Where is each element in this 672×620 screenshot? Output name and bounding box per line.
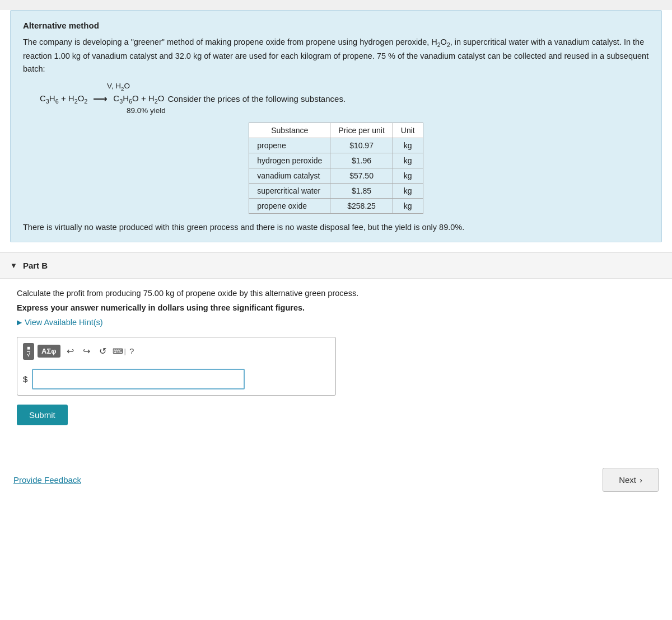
prices-table: Substance Price per unit Unit propene $1… (249, 123, 423, 214)
redo-icon: ↪ (83, 346, 90, 356)
table-row: propene $10.97 kg (249, 138, 423, 153)
col-unit: Unit (393, 123, 423, 138)
substance-propene-oxide: propene oxide (249, 198, 330, 213)
help-button[interactable]: ? (129, 346, 134, 356)
input-row: $ (23, 369, 330, 389)
reaction-block: V, H2O C3H6 + H2O2 ⟶ C3H6O + H2O Conside… (40, 82, 649, 115)
answer-input[interactable] (32, 369, 245, 389)
equation-left: C3H6 + H2O2 (40, 93, 87, 105)
chevron-right-icon: ▶ (17, 318, 22, 326)
consider-text: Consider the prices of the following sub… (167, 94, 346, 104)
next-button-label: Next (619, 475, 636, 485)
price-propene: $10.97 (330, 138, 393, 153)
next-button[interactable]: Next › (603, 468, 659, 492)
alt-method-desc: The company is developing a "greener" me… (23, 36, 649, 75)
col-substance: Substance (249, 123, 330, 138)
equation-right: C3H6O + H2O (113, 93, 164, 105)
no-waste-text: There is virtually no waste produced wit… (23, 223, 649, 232)
prices-table-wrapper: Substance Price per unit Unit propene $1… (23, 123, 649, 214)
redo-button[interactable]: ↪ (80, 345, 93, 358)
chevron-down-icon: ▼ (10, 261, 17, 270)
keyboard-icon: ⌨ (113, 347, 123, 355)
substance-water: supercritical water (249, 183, 330, 198)
substance-h2o2: hydrogen peroxide (249, 153, 330, 168)
reaction-catalyst: V, H2O (107, 82, 649, 92)
keyboard-button[interactable]: ⌨ | (113, 347, 126, 355)
fraction-icon: ■ √ (27, 345, 30, 358)
view-hints-label: View Available Hint(s) (25, 318, 103, 327)
question-mark-icon: ? (129, 346, 134, 356)
price-propene-oxide: $258.25 (330, 198, 393, 213)
part-b-section-header[interactable]: ▼ Part B (0, 252, 672, 279)
unit-h2o2: kg (393, 153, 423, 168)
refresh-icon: ↺ (99, 346, 106, 356)
undo-button[interactable]: ↩ (64, 345, 77, 358)
substance-vanadium: vanadium catalyst (249, 168, 330, 183)
part-b-label: Part B (23, 261, 48, 270)
fraction-sqrt-button[interactable]: ■ √ (23, 343, 34, 360)
unit-vanadium: kg (393, 168, 423, 183)
toolbar: ■ √ ΑΣφ ↩ ↪ ↺ (23, 343, 330, 363)
undo-icon: ↩ (67, 346, 74, 356)
part-b-question: Calculate the profit from producing 75.0… (17, 289, 655, 298)
next-chevron-icon: › (640, 475, 642, 485)
unit-propene-oxide: kg (393, 198, 423, 213)
provide-feedback-button[interactable]: Provide Feedback (13, 475, 81, 485)
table-row: propene oxide $258.25 kg (249, 198, 423, 213)
part-b-content: Calculate the profit from producing 75.0… (0, 279, 672, 435)
price-water: $1.85 (330, 183, 393, 198)
alt-method-title: Alternative method (23, 21, 649, 30)
col-price: Price per unit (330, 123, 393, 138)
table-row: vanadium catalyst $57.50 kg (249, 168, 423, 183)
table-row: hydrogen peroxide $1.96 kg (249, 153, 423, 168)
substance-propene: propene (249, 138, 330, 153)
reaction-equation: C3H6 + H2O2 ⟶ C3H6O + H2O Consider the p… (40, 93, 649, 105)
alt-method-box: Alternative method The company is develo… (10, 10, 662, 242)
submit-button[interactable]: Submit (17, 405, 68, 425)
view-hints-link[interactable]: ▶ View Available Hint(s) (17, 318, 655, 327)
page-wrapper: Alternative method The company is develo… (0, 10, 672, 620)
dollar-sign-label: $ (23, 374, 27, 384)
reaction-arrow: ⟶ (93, 93, 108, 105)
unit-propene: kg (393, 138, 423, 153)
refresh-button[interactable]: ↺ (96, 345, 109, 358)
math-symbols-button[interactable]: ΑΣφ (38, 345, 60, 358)
part-b-instruction: Express your answer numerically in dolla… (17, 303, 655, 312)
price-h2o2: $1.96 (330, 153, 393, 168)
price-vanadium: $57.50 (330, 168, 393, 183)
keyboard-separator: | (124, 347, 126, 355)
answer-box: ■ √ ΑΣφ ↩ ↪ ↺ (17, 337, 336, 396)
footer: Provide Feedback Next › (0, 452, 672, 505)
math-symbols-label: ΑΣφ (41, 347, 57, 355)
table-row: supercritical water $1.85 kg (249, 183, 423, 198)
reaction-yield: 89.0% yield (127, 106, 649, 115)
unit-water: kg (393, 183, 423, 198)
